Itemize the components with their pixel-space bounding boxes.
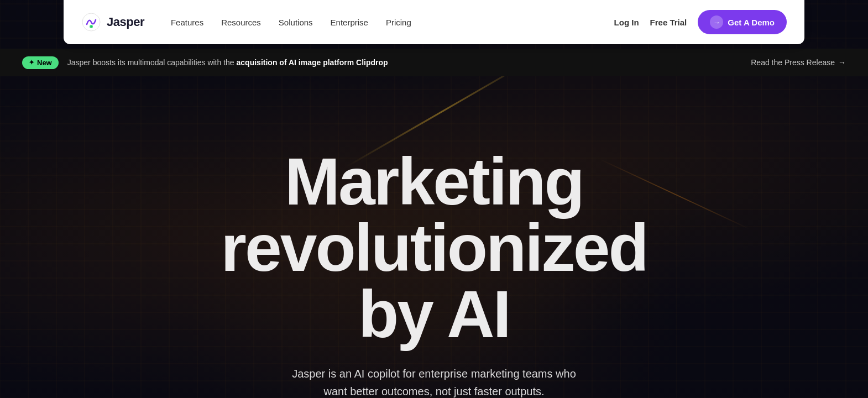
press-release-arrow: → xyxy=(838,58,846,67)
announcement-text: Jasper boosts its multimodal capabilitie… xyxy=(67,58,751,67)
hero-content: Marketing revolutionized by AI Jasper is… xyxy=(0,82,868,398)
hero-headline-line2: revolutionized by AI xyxy=(221,211,647,351)
nav-link-features[interactable]: Features xyxy=(171,18,203,27)
navbar: Jasper Features Resources Solutions Ente… xyxy=(64,0,804,44)
announcement-bar: ✦ New Jasper boosts its multimodal capab… xyxy=(0,49,868,76)
press-release-link[interactable]: Read the Press Release → xyxy=(751,58,846,67)
hero-headline-line1: Marketing xyxy=(285,144,583,218)
logo-text: Jasper xyxy=(107,15,144,29)
hero-subheadline: Jasper is an AI copilot for enterprise m… xyxy=(279,365,589,398)
demo-arrow-circle: → xyxy=(710,15,723,29)
announcement-text-before: Jasper boosts its multimodal capabilitie… xyxy=(67,58,237,67)
nav-link-pricing[interactable]: Pricing xyxy=(386,18,411,27)
login-link[interactable]: Log In xyxy=(614,18,639,27)
badge-star: ✦ xyxy=(29,59,34,66)
nav-link-resources[interactable]: Resources xyxy=(221,18,261,27)
free-trial-link[interactable]: Free Trial xyxy=(650,18,687,27)
get-demo-button[interactable]: → Get A Demo xyxy=(698,10,787,34)
hero-headline: Marketing revolutionized by AI xyxy=(185,148,683,347)
announcement-text-bold: acquisition of AI image platform Clipdro… xyxy=(237,58,388,67)
press-release-label: Read the Press Release xyxy=(751,58,835,67)
nav-links: Features Resources Solutions Enterprise … xyxy=(171,18,614,27)
logo-link[interactable]: Jasper xyxy=(81,12,144,32)
nav-link-enterprise[interactable]: Enterprise xyxy=(331,18,368,27)
nav-link-solutions[interactable]: Solutions xyxy=(279,18,313,27)
jasper-logo-icon xyxy=(81,12,101,32)
svg-point-2 xyxy=(91,26,92,28)
new-badge: ✦ New xyxy=(22,56,59,69)
demo-btn-label: Get A Demo xyxy=(728,18,775,27)
badge-label: New xyxy=(37,59,52,67)
nav-actions: Log In Free Trial → Get A Demo xyxy=(614,10,787,34)
